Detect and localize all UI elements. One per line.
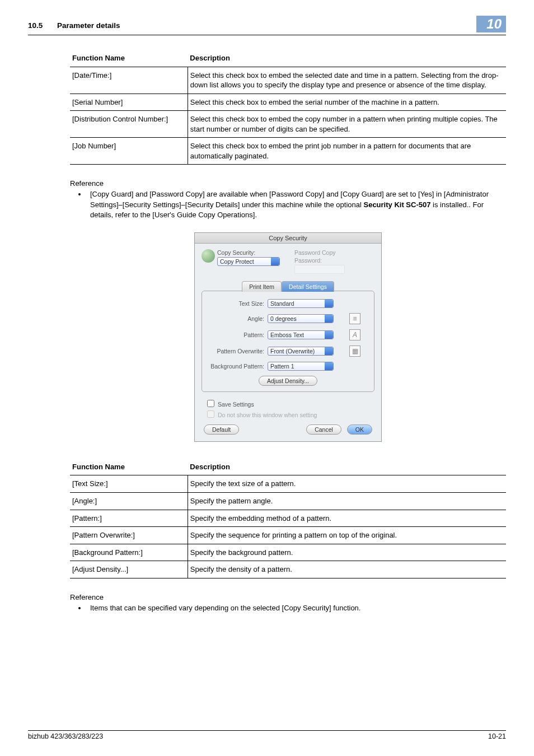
table-row: [Pattern Overwrite:] Specify the sequenc… xyxy=(70,527,506,544)
pattern-label: Pattern: xyxy=(209,332,268,338)
page-footer: bizhub 423/363/283/223 10-21 xyxy=(28,730,506,740)
background-pattern-select[interactable]: Pattern 1 xyxy=(268,362,334,371)
save-settings-checkbox[interactable] xyxy=(207,400,214,407)
table-row: [Adjust Density...] Specify the density … xyxy=(70,561,506,578)
t1-r1-name: [Serial Number] xyxy=(70,94,188,111)
tab-detail-settings[interactable]: Detail Settings xyxy=(282,281,334,292)
t2-head-name: Function Name xyxy=(70,459,188,475)
function-table-2: Function Name Description [Text Size:] S… xyxy=(70,459,506,578)
footer-product: bizhub 423/363/283/223 xyxy=(28,732,103,740)
t1-r3-name: [Job Number] xyxy=(70,138,188,165)
reference-list-2: Items that can be specified vary dependi… xyxy=(70,603,506,613)
cancel-button[interactable]: Cancel xyxy=(306,424,341,435)
reference-label-1: Reference xyxy=(70,179,506,188)
t2-r3-name: [Pattern Overwrite:] xyxy=(70,527,188,544)
overwrite-preview-icon[interactable]: ▦ xyxy=(349,346,360,357)
t1-r2-name: [Distribution Control Number:] xyxy=(70,111,188,138)
background-pattern-label: Background Pattern: xyxy=(209,363,268,370)
reference-item-2: Items that can be specified vary dependi… xyxy=(87,603,506,613)
t2-r4-name: [Background Pattern:] xyxy=(70,544,188,561)
t2-r5-name: [Adjust Density...] xyxy=(70,561,188,578)
angle-select[interactable]: 0 degrees xyxy=(268,314,334,323)
text-size-select[interactable]: Standard xyxy=(268,299,334,308)
reference-list-1: [Copy Guard] and [Password Copy] are ava… xyxy=(70,189,506,220)
table-row: [Job Number] Select this check box to em… xyxy=(70,138,506,165)
t2-r0-desc: Specify the text size of a pattern. xyxy=(188,475,506,493)
tab-print-item[interactable]: Print Item xyxy=(242,281,282,292)
table-row: [Pattern:] Specify the embedding method … xyxy=(70,510,506,527)
pattern-preview-icon[interactable]: A xyxy=(349,329,360,340)
footer-page-number: 10-21 xyxy=(488,732,506,740)
table-row: [Date/Time:] Select this check box to em… xyxy=(70,67,506,94)
page-header: 10.5 Parameter details 10 xyxy=(28,17,506,35)
t2-head-desc: Description xyxy=(188,459,506,475)
chapter-badge: 10 xyxy=(476,16,506,32)
dialog-tabs: Print Item Detail Settings xyxy=(202,281,374,291)
t1-r0-name: [Date/Time:] xyxy=(70,67,188,94)
text-size-label: Text Size: xyxy=(209,300,268,307)
t1-r0-desc: Select this check box to embed the selec… xyxy=(188,67,506,94)
table-row: [Distribution Control Number:] Select th… xyxy=(70,111,506,138)
table-row: [Background Pattern:] Specify the backgr… xyxy=(70,544,506,561)
do-not-show-label: Do not show this window when setting xyxy=(218,412,317,418)
t2-r4-desc: Specify the background pattern. xyxy=(188,544,506,561)
t2-r1-name: [Angle:] xyxy=(70,493,188,510)
section-number: 10.5 xyxy=(28,21,43,30)
copy-security-dialog: Copy Security Copy Security: Copy Protec… xyxy=(194,232,382,442)
function-table-1: Function Name Description [Date/Time:] S… xyxy=(70,50,506,165)
t1-r3-desc: Select this check box to embed the print… xyxy=(188,138,506,165)
reference-label-2: Reference xyxy=(70,593,506,601)
password-copy-label: Password Copy xyxy=(294,249,345,256)
pattern-select[interactable]: Emboss Text xyxy=(268,330,334,339)
password-label: Password: xyxy=(294,257,345,264)
save-settings-label: Save Settings xyxy=(218,401,254,408)
t2-r0-name: [Text Size:] xyxy=(70,475,188,493)
ref1-bold: Security Kit SC-507 xyxy=(363,200,430,209)
angle-preview-icon[interactable]: ≡ xyxy=(349,313,360,324)
t2-r2-desc: Specify the embedding method of a patter… xyxy=(188,510,506,527)
t2-r5-desc: Specify the density of a pattern. xyxy=(188,561,506,578)
do-not-show-checkbox xyxy=(207,410,214,418)
pattern-overwrite-select[interactable]: Front (Overwrite) xyxy=(268,347,334,356)
table-row: [Serial Number] Select this check box to… xyxy=(70,94,506,111)
copy-security-label: Copy Security: xyxy=(217,249,280,256)
table-row: [Text Size:] Specify the text size of a … xyxy=(70,475,506,493)
t2-r1-desc: Specify the pattern angle. xyxy=(188,493,506,510)
t1-r2-desc: Select this check box to embed the copy … xyxy=(188,111,506,138)
password-input xyxy=(294,265,345,274)
section-title: Parameter details xyxy=(57,21,120,30)
ok-button[interactable]: OK xyxy=(347,424,372,435)
dialog-title: Copy Security xyxy=(195,233,381,244)
default-button[interactable]: Default xyxy=(204,424,239,435)
globe-icon xyxy=(202,249,215,263)
detail-settings-pane: Text Size: Standard Angle: 0 degrees ≡ P… xyxy=(202,291,374,392)
adjust-density-button[interactable]: Adjust Density... xyxy=(259,376,317,386)
t1-head-desc: Description xyxy=(188,50,506,67)
pattern-overwrite-label: Pattern Overwrite: xyxy=(209,348,268,354)
t2-r2-name: [Pattern:] xyxy=(70,510,188,527)
copy-security-select[interactable]: Copy Protect xyxy=(217,257,280,266)
table-row: [Angle:] Specify the pattern angle. xyxy=(70,493,506,510)
t1-head-name: Function Name xyxy=(70,50,188,67)
t1-r1-desc: Select this check box to embed the seria… xyxy=(188,94,506,111)
t2-r3-desc: Specify the sequence for printing a patt… xyxy=(188,527,506,544)
reference-item-1: [Copy Guard] and [Password Copy] are ava… xyxy=(87,189,506,220)
angle-label: Angle: xyxy=(209,315,268,322)
